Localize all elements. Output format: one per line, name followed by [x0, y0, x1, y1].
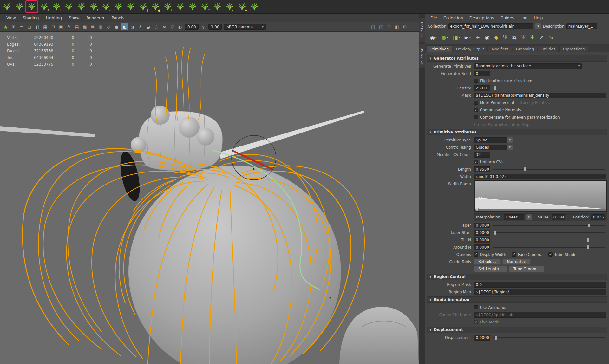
use-default-material-icon[interactable]: ◑: [129, 23, 136, 30]
tab-modifiers[interactable]: Modifiers: [488, 45, 512, 52]
groom-clump-icon[interactable]: [125, 1, 136, 12]
groom-comb-icon[interactable]: [75, 1, 87, 12]
attach-guides-icon[interactable]: Ψ: [530, 34, 534, 41]
xgen-menu-item[interactable]: Guides: [497, 15, 517, 21]
create-guides-icon[interactable]: Ψ: [503, 34, 507, 41]
interpolation-select[interactable]: Linear: [504, 214, 524, 220]
section-guide-animation[interactable]: Guide Animation: [427, 296, 607, 303]
bookmarks-icon[interactable]: ▤: [73, 23, 81, 30]
caret-down-icon[interactable]: [469, 36, 471, 39]
groom-freeze-icon[interactable]: *: [199, 1, 211, 12]
length-slider[interactable]: [493, 167, 605, 172]
xray-icon[interactable]: ▽: [168, 23, 176, 30]
tab-uv-editor[interactable]: UV Editor: [419, 18, 425, 42]
groom-convert-icon[interactable]: ►: [236, 1, 248, 12]
viewport-menu-item[interactable]: Renderer: [83, 15, 108, 21]
rebuild-button[interactable]: Rebuild...: [474, 259, 501, 265]
groom-mesh-icon[interactable]: [249, 1, 260, 12]
normalize-button[interactable]: Normalize: [502, 259, 530, 265]
displacement-slider[interactable]: [493, 335, 605, 340]
tab-expressions[interactable]: Expressions: [559, 45, 588, 52]
section-generator-attributes[interactable]: Generator Attributes: [427, 55, 607, 62]
groom-mirror-icon[interactable]: ⇄: [224, 1, 235, 12]
single-pane-icon[interactable]: □: [370, 23, 377, 30]
groom-noise-icon[interactable]: ~: [113, 1, 124, 12]
groom-place-icon[interactable]: ●: [150, 1, 161, 12]
field-chart-icon[interactable]: ▦: [42, 23, 49, 30]
width-input[interactable]: rand(0.01,0.02): [474, 174, 606, 179]
groom-density-icon[interactable]: +: [162, 1, 174, 12]
xgen-menu-item[interactable]: Help: [531, 15, 546, 21]
update-preview-icon[interactable]: +: [475, 34, 480, 41]
three-pane-icon[interactable]: ◧: [393, 23, 401, 30]
caret-down-icon[interactable]: [447, 36, 448, 39]
primitive-type-select[interactable]: Spline: [474, 137, 507, 143]
groom-smooth-icon[interactable]: ~: [187, 1, 198, 12]
xgen-update-preview-icon[interactable]: ↺: [38, 1, 50, 12]
viewport-menu-item[interactable]: View: [3, 15, 19, 21]
tube-groom-button[interactable]: Tube Groom...: [509, 266, 544, 272]
face-camera-checkbox[interactable]: [512, 252, 516, 257]
grid-icon[interactable]: ⊞: [10, 23, 17, 30]
paint-effects-tool-icon[interactable]: [1, 1, 13, 12]
region-map-input[interactable]: ${DESC}/Region/: [474, 289, 606, 295]
motion-blur-icon[interactable]: ≈: [160, 23, 168, 30]
set-length-button[interactable]: Set Length...: [474, 266, 507, 272]
viewport-3d-view[interactable]: Verts: 32260430 0 0 Edges: 64369193 0 0 …: [0, 32, 419, 364]
two-pane-stack-icon[interactable]: ⊟: [385, 23, 393, 30]
export-guides-icon[interactable]: ↗: [539, 34, 544, 41]
colorspace-select[interactable]: sRGB gamma: [224, 24, 266, 30]
description-field[interactable]: mainLayer_Li: [566, 23, 597, 29]
tube-shade-checkbox[interactable]: [548, 252, 553, 257]
display-primitives-icon[interactable]: ◉: [430, 34, 437, 41]
groom-part-icon[interactable]: |: [137, 1, 149, 12]
ramp-position-input[interactable]: 0.035: [591, 214, 605, 220]
section-primitive-attributes[interactable]: Primitive Attributes: [427, 129, 607, 135]
image-plane-icon[interactable]: ▩: [81, 23, 88, 30]
shadows-icon[interactable]: ◒: [145, 23, 152, 30]
section-displacement[interactable]: Displacement: [427, 327, 607, 333]
mask-input[interactable]: ${DESC}/paintmaps/mainHair_density: [474, 93, 606, 98]
xgen-menu-item[interactable]: Descriptions: [467, 15, 497, 21]
shaded-icon[interactable]: ●: [113, 23, 120, 30]
collection-field[interactable]: export_for_hair_LOW:heroGirlHair: [448, 23, 533, 29]
ramp-value-input[interactable]: 0.384: [552, 214, 565, 220]
tilt-slider[interactable]: [493, 237, 605, 243]
displacement-input[interactable]: 0.0000: [474, 335, 490, 341]
viewport-menu-item[interactable]: Shading: [20, 15, 42, 21]
length-input[interactable]: 0.8550: [474, 166, 490, 172]
exposure-field[interactable]: 0.00: [185, 24, 199, 30]
viewport-menu-item[interactable]: Lighting: [43, 15, 65, 21]
groom-sculpt-icon[interactable]: [63, 1, 75, 12]
around-slider[interactable]: [493, 245, 605, 250]
four-pane-icon[interactable]: ⊞: [401, 23, 409, 30]
ramp-position-handle[interactable]: [476, 208, 478, 211]
generator-seed-input[interactable]: 0: [474, 71, 490, 76]
uniform-cvs-checkbox[interactable]: [474, 160, 478, 164]
tab-uv-toolkit[interactable]: UV Toolkit: [419, 44, 425, 68]
groom-length-icon[interactable]: ↕: [88, 1, 99, 12]
gamma-icon[interactable]: γ: [200, 23, 207, 30]
sculpt-guides-icon[interactable]: Ψ: [521, 34, 526, 41]
groom-create-icon[interactable]: +: [51, 1, 62, 12]
taper-start-slider[interactable]: [493, 230, 605, 235]
exposure-icon[interactable]: ◐: [176, 23, 184, 30]
screen-ao-icon[interactable]: ◌: [153, 23, 160, 30]
display-width-checkbox[interactable]: [474, 252, 478, 257]
more-primitives-checkbox[interactable]: [474, 101, 478, 105]
viewport-menu-item[interactable]: Panels: [108, 15, 128, 21]
tab-grooming[interactable]: Grooming: [513, 45, 537, 52]
caret-down-icon[interactable]: [435, 36, 437, 39]
use-animation-checkbox[interactable]: [474, 305, 478, 309]
groom-cut-icon[interactable]: ✕: [100, 1, 112, 12]
caret-down-icon[interactable]: [459, 36, 460, 39]
groom-grab-icon[interactable]: [174, 1, 186, 12]
two-pane-side-icon[interactable]: ◫: [377, 23, 385, 30]
viewport-menu-item[interactable]: Show: [66, 15, 83, 21]
interpolation-dropdown-icon[interactable]: [526, 214, 532, 220]
xgen-menu-item[interactable]: Collection: [441, 15, 466, 21]
update-mode-icon[interactable]: ►: [465, 34, 471, 41]
camera-attributes-icon[interactable]: ✎: [65, 23, 73, 30]
textured-icon[interactable]: ◐: [121, 23, 128, 30]
width-ramp-widget[interactable]: R: [474, 180, 607, 212]
